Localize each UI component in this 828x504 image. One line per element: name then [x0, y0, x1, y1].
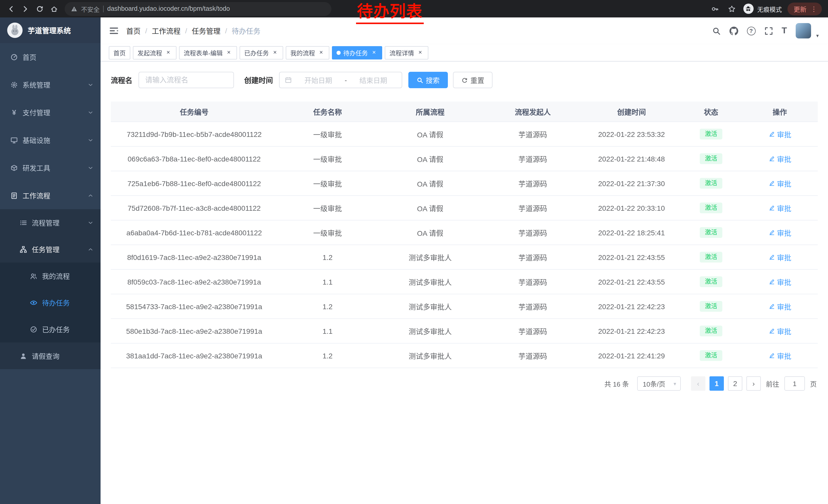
github-icon[interactable] [729, 27, 738, 35]
search-icon [417, 77, 423, 83]
sidebar-item-process-management[interactable]: 流程管理 [0, 209, 100, 236]
tab-my-process[interactable]: 我的流程 × [286, 46, 329, 59]
list-icon [19, 219, 27, 226]
start-date-field[interactable]: 开始日期 [295, 75, 342, 85]
cell-create-time: 2022-01-22 23:53:32 [583, 122, 680, 146]
next-page-button[interactable]: › [746, 376, 761, 391]
cell-task-id: 58154733-7ac8-11ec-a9e2-a2380e71991a [111, 294, 278, 318]
yen-icon: ¥ [10, 108, 18, 117]
page-2-button[interactable]: 2 [728, 376, 742, 391]
sidebar-item-infrastructure[interactable]: 基础设施 [0, 126, 100, 154]
reset-button[interactable]: 重置 [453, 72, 493, 88]
active-tab-dot [336, 50, 341, 55]
tab-start-process[interactable]: 发起流程 × [133, 46, 176, 59]
table-row: 73211d9d-7b9b-11ec-b5b7-acde48001122 一级审… [111, 122, 818, 147]
close-icon[interactable]: × [417, 49, 424, 56]
tab-done-tasks[interactable]: 已办任务 × [240, 46, 283, 59]
sidebar-collapse-icon[interactable] [109, 26, 119, 36]
sidebar-item-dev-tools[interactable]: 研发工具 [0, 154, 100, 182]
tab-home[interactable]: 首页 [109, 46, 130, 59]
chevron-down-icon [88, 220, 93, 225]
chevron-down-icon[interactable]: ▾ [816, 33, 819, 38]
page-content: 流程名 创建时间 开始日期 - 结束日期 搜索 重 [100, 61, 828, 504]
sidebar-item-payment-management[interactable]: ¥ 支付管理 [0, 98, 100, 126]
browser-menu-icon[interactable]: ⋮ [811, 5, 817, 12]
approve-link[interactable]: 审批 [768, 351, 791, 361]
approve-label: 审批 [777, 129, 791, 139]
approve-link[interactable]: 审批 [768, 252, 791, 262]
close-icon[interactable]: × [165, 49, 172, 56]
browser-back-button[interactable] [4, 2, 17, 15]
page-1-button[interactable]: 1 [709, 376, 724, 391]
approve-label: 审批 [777, 178, 791, 188]
close-icon[interactable]: × [272, 49, 279, 56]
cube-icon [10, 164, 18, 172]
breadcrumb-separator: / [145, 27, 147, 35]
update-button[interactable]: 更新 ⋮ [787, 2, 822, 15]
approve-label: 审批 [777, 227, 791, 238]
chevron-down-icon [88, 137, 93, 143]
tab-form-edit[interactable]: 流程表单-编辑 × [179, 46, 237, 59]
breadcrumb-home[interactable]: 首页 [126, 26, 140, 36]
table-row: 725a1eb6-7b88-11ec-8ef0-acde48001122 一级审… [111, 171, 818, 196]
tab-process-detail[interactable]: 流程详情 × [385, 46, 428, 59]
approve-link[interactable]: 审批 [768, 203, 791, 213]
sidebar-item-todo-tasks[interactable]: 待办任务 [0, 289, 100, 316]
next-arrow-icon: › [752, 379, 755, 387]
app-logo[interactable]: 芋道管理系统 [0, 17, 100, 43]
sidebar-item-home[interactable]: 首页 [0, 43, 100, 71]
close-icon[interactable]: × [225, 49, 233, 56]
cell-task-id: 75d72608-7b7f-11ec-a3c8-acde48001122 [111, 196, 278, 220]
process-name-input[interactable] [138, 72, 234, 88]
tab-todo-tasks[interactable]: 待办任务 × [332, 46, 382, 59]
browser-refresh-button[interactable] [33, 2, 46, 15]
sidebar-item-leave-query[interactable]: 请假查询 [0, 342, 100, 369]
status-badge: 激活 [700, 276, 722, 287]
approve-link[interactable]: 审批 [768, 227, 791, 238]
breadcrumb-task-management[interactable]: 任务管理 [192, 26, 220, 36]
address-bar[interactable]: 不安全 dashboard.yudao.iocoder.cn/bpm/task/… [65, 2, 331, 16]
approve-link[interactable]: 审批 [768, 301, 791, 312]
jump-page-input[interactable] [784, 376, 805, 391]
browser-forward-button[interactable] [18, 2, 32, 15]
status-badge: 激活 [700, 129, 722, 139]
logo-image [7, 22, 23, 38]
edit-icon [768, 328, 775, 334]
approve-link[interactable]: 审批 [768, 277, 791, 287]
cell-status: 激活 [680, 294, 742, 318]
jump-prefix: 前往 [766, 379, 779, 388]
cell-task-id: 069c6a63-7b8a-11ec-8ef0-acde48001122 [111, 147, 278, 171]
sidebar-item-workflow[interactable]: 工作流程 [0, 182, 100, 209]
close-icon[interactable]: × [318, 49, 325, 56]
chevron-down-icon [88, 109, 93, 115]
approve-link[interactable]: 审批 [768, 153, 791, 164]
end-date-field[interactable]: 结束日期 [350, 75, 397, 85]
sidebar-item-label: 支付管理 [23, 107, 50, 118]
date-range-picker[interactable]: 开始日期 - 结束日期 [279, 72, 402, 88]
status-badge: 激活 [700, 325, 722, 336]
breadcrumb-workflow[interactable]: 工作流程 [152, 26, 180, 36]
close-icon[interactable]: × [370, 49, 378, 56]
approve-link[interactable]: 审批 [768, 129, 791, 139]
sidebar-item-task-management[interactable]: 任务管理 [0, 236, 100, 263]
page-size-select[interactable]: 10条/页 ▾ [637, 376, 681, 391]
font-size-icon[interactable]: T [782, 26, 787, 36]
sidebar-item-system-management[interactable]: 系统管理 [0, 71, 100, 98]
column-header-starter: 流程发起人 [483, 101, 583, 122]
fullscreen-icon[interactable] [764, 27, 773, 35]
cell-status: 激活 [680, 122, 742, 146]
cell-actions: 审批 [742, 196, 818, 220]
browser-home-button[interactable] [47, 2, 60, 15]
prev-page-button[interactable]: ‹ [691, 376, 705, 391]
approve-link[interactable]: 审批 [768, 326, 791, 336]
cell-actions: 审批 [742, 270, 818, 294]
avatar[interactable] [796, 23, 811, 39]
sidebar-item-done-tasks[interactable]: 已办任务 [0, 316, 100, 342]
bookmark-star-icon[interactable] [727, 3, 738, 14]
search-button[interactable]: 搜索 [408, 72, 448, 88]
approve-link[interactable]: 审批 [768, 178, 791, 188]
sidebar-item-my-process[interactable]: 我的流程 [0, 263, 100, 289]
search-icon[interactable] [712, 27, 720, 35]
help-icon[interactable]: ? [747, 27, 755, 35]
password-key-icon[interactable] [709, 3, 721, 14]
